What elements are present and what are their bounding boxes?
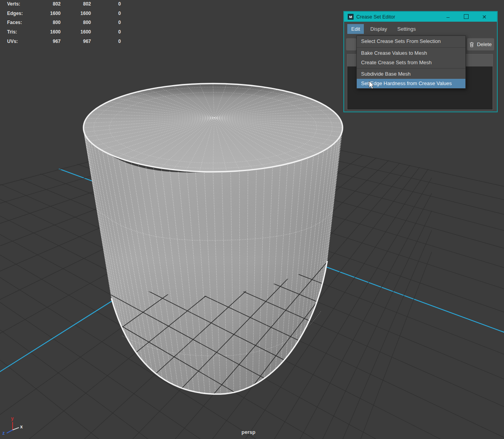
maximize-icon: [464, 14, 469, 19]
hud-label: UVs:: [7, 39, 37, 44]
window-titlebar[interactable]: M Crease Set Editor – ✕: [344, 12, 497, 22]
hud-value: 1600: [37, 11, 61, 16]
hud-label: Faces:: [7, 20, 37, 25]
hud-value: 802: [61, 1, 91, 7]
hud-value: 800: [61, 20, 91, 25]
hud-value: 0: [91, 20, 121, 25]
hud-label: Verts:: [7, 1, 37, 7]
delete-button-label: Delete: [477, 41, 492, 47]
hud-value: 0: [91, 29, 121, 35]
hud-value: 1600: [37, 29, 61, 35]
delete-button[interactable]: Delete: [467, 38, 494, 50]
hud-row-tris: Tris: 1600 1600 0: [7, 27, 121, 37]
hud-row-faces: Faces: 800 800 0: [7, 18, 121, 27]
hud-value: 1600: [61, 29, 91, 35]
hud-value: 0: [91, 39, 121, 44]
hud-value: 800: [37, 20, 61, 25]
hud-row-verts: Verts: 802 802 0: [7, 0, 121, 9]
hud-row-edges: Edges: 1600 1600 0: [7, 9, 121, 18]
hud-label: Edges:: [7, 11, 37, 16]
poly-count-hud: Verts: 802 802 0 Edges: 1600 1600 0 Face…: [7, 0, 121, 46]
minimize-button[interactable]: –: [439, 14, 457, 20]
y-axis-label: y: [11, 416, 14, 421]
crease-set-editor-window: M Crease Set Editor – ✕ Edit Display Set…: [343, 11, 498, 112]
menu-item-create-crease-sets[interactable]: Create Crease Sets from Mesh: [357, 58, 465, 67]
menu-item-bake-crease-values[interactable]: Bake Crease Values to Mesh: [357, 48, 465, 58]
maximize-button[interactable]: [457, 14, 475, 20]
hud-row-uvs: UVs: 967 967 0: [7, 37, 121, 46]
x-axis-label: x: [20, 424, 23, 430]
menu-display[interactable]: Display: [366, 24, 391, 34]
menu-separator: [357, 68, 465, 69]
view-axis-gizmo: y x z: [1, 415, 26, 439]
hud-label: Tris:: [7, 29, 37, 35]
mouse-cursor: [369, 81, 375, 90]
window-menubar: Edit Display Settings: [344, 22, 497, 35]
hud-value: 1600: [61, 11, 91, 16]
hud-value: 0: [91, 11, 121, 16]
menu-separator: [357, 47, 465, 48]
hud-value: 967: [37, 39, 61, 44]
close-button[interactable]: ✕: [475, 14, 493, 20]
create-button-partially-hidden[interactable]: [346, 38, 356, 50]
trash-icon: [469, 42, 474, 47]
hud-value: 802: [37, 1, 61, 7]
hud-value: 967: [61, 39, 91, 44]
maya-app-icon: M: [348, 14, 354, 20]
camera-name-label: persp: [0, 429, 497, 435]
menu-item-select-crease-sets[interactable]: Select Crease Sets From Selection: [357, 36, 465, 47]
maya-viewport-stage: Verts: 802 802 0 Edges: 1600 1600 0 Face…: [0, 0, 504, 439]
menu-settings[interactable]: Settings: [393, 24, 420, 34]
menu-item-subdivide-base-mesh[interactable]: Subdivide Base Mesh: [357, 69, 465, 79]
hud-value: 0: [91, 1, 121, 7]
window-title: Crease Set Editor: [356, 14, 395, 20]
menu-edit[interactable]: Edit: [347, 24, 364, 34]
